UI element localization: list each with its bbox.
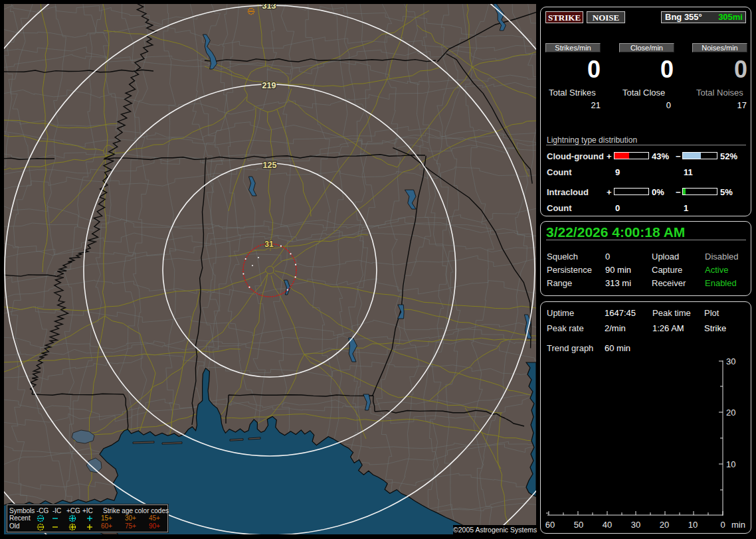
svg-text:31: 31 [264, 240, 274, 249]
svg-text:20: 20 [660, 520, 669, 530]
svg-text:0: 0 [720, 520, 725, 530]
svg-text:60: 60 [545, 520, 555, 530]
svg-text:min: min [731, 520, 745, 530]
svg-text:10: 10 [726, 459, 735, 469]
svg-text:313: 313 [262, 4, 276, 11]
svg-text:10: 10 [688, 520, 698, 530]
svg-text:125: 125 [263, 161, 277, 170]
svg-text:219: 219 [262, 81, 276, 90]
svg-text:30: 30 [631, 520, 640, 530]
svg-text:30: 30 [726, 356, 735, 366]
svg-text:50: 50 [574, 520, 583, 530]
svg-text:40: 40 [603, 520, 612, 530]
svg-text:20: 20 [726, 408, 735, 418]
